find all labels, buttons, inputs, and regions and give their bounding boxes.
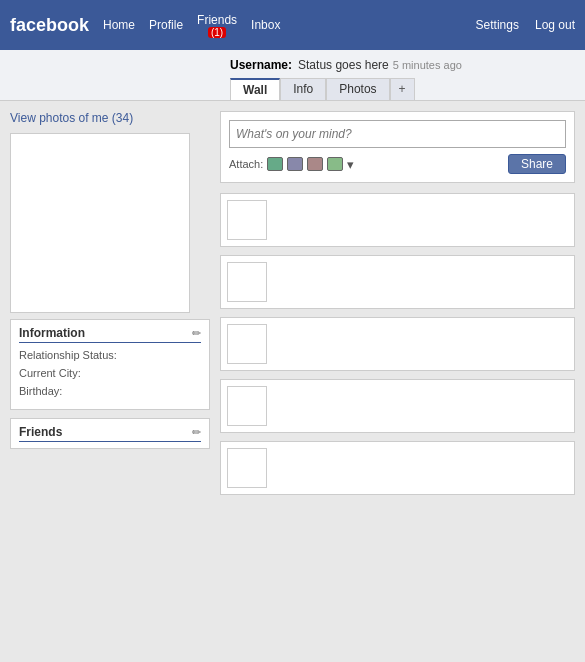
- info-section: Information ✏ Relationship Status: Curre…: [10, 319, 210, 410]
- navbar-left: facebook Home Profile Friends (1) Inbox: [10, 13, 280, 38]
- view-photos-link[interactable]: View photos of me (34): [10, 111, 210, 125]
- tab-plus[interactable]: +: [390, 78, 415, 100]
- post-body: [275, 448, 568, 488]
- tab-wall[interactable]: Wall: [230, 78, 280, 100]
- post-avatar: [227, 386, 267, 426]
- wall-post: [220, 193, 575, 247]
- wall-post: [220, 255, 575, 309]
- post-input[interactable]: [229, 120, 566, 148]
- nav-logout[interactable]: Log out: [535, 18, 575, 32]
- share-button[interactable]: Share: [508, 154, 566, 174]
- navbar-right: Settings Log out: [476, 18, 575, 32]
- wall-post: [220, 317, 575, 371]
- nav-friends[interactable]: Friends (1): [197, 13, 237, 38]
- attach-photo-icon[interactable]: [267, 157, 283, 171]
- edit-friends-icon[interactable]: ✏: [192, 426, 201, 439]
- attach-more-icon[interactable]: ▾: [347, 157, 354, 171]
- info-relationship: Relationship Status:: [19, 349, 201, 361]
- profile-status: Status goes here: [298, 58, 389, 72]
- nav-settings[interactable]: Settings: [476, 18, 519, 32]
- friends-badge: (1): [208, 27, 226, 38]
- wall-post: [220, 441, 575, 495]
- profile-top: Username: Status goes here 5 minutes ago: [10, 58, 575, 72]
- main-content: View photos of me (34) Information ✏ Rel…: [0, 101, 585, 513]
- tab-photos[interactable]: Photos: [326, 78, 389, 100]
- wall-post: [220, 379, 575, 433]
- info-birthday: Birthday:: [19, 385, 201, 397]
- post-body: [275, 324, 568, 364]
- attach-extra-icon[interactable]: [327, 157, 343, 171]
- friends-header: Friends ✏: [19, 425, 201, 442]
- friends-section: Friends ✏: [10, 418, 210, 449]
- wall-area: Attach: ▾ Share: [220, 111, 575, 503]
- post-body: [275, 386, 568, 426]
- username-label: Username:: [230, 58, 292, 72]
- tab-info[interactable]: Info: [280, 78, 326, 100]
- profile-header: Username: Status goes here 5 minutes ago…: [0, 50, 585, 101]
- left-sidebar: View photos of me (34) Information ✏ Rel…: [10, 111, 210, 503]
- post-avatar: [227, 262, 267, 302]
- post-avatar: [227, 324, 267, 364]
- attach-video-icon[interactable]: [307, 157, 323, 171]
- info-city: Current City:: [19, 367, 201, 379]
- attach-link-icon[interactable]: [287, 157, 303, 171]
- brand-logo[interactable]: facebook: [10, 15, 89, 36]
- nav-profile[interactable]: Profile: [149, 18, 183, 32]
- attach-area: Attach: ▾: [229, 157, 354, 171]
- post-toolbar: Attach: ▾ Share: [229, 154, 566, 174]
- post-body: [275, 262, 568, 302]
- post-avatar: [227, 448, 267, 488]
- post-avatar: [227, 200, 267, 240]
- navbar: facebook Home Profile Friends (1) Inbox …: [0, 0, 585, 50]
- info-title: Information: [19, 326, 85, 340]
- friends-title: Friends: [19, 425, 62, 439]
- profile-photo: [10, 133, 190, 313]
- nav-inbox[interactable]: Inbox: [251, 18, 280, 32]
- attach-label: Attach:: [229, 158, 263, 170]
- edit-info-icon[interactable]: ✏: [192, 327, 201, 340]
- post-box: Attach: ▾ Share: [220, 111, 575, 183]
- nav-home[interactable]: Home: [103, 18, 135, 32]
- post-body: [275, 200, 568, 240]
- info-header: Information ✏: [19, 326, 201, 343]
- profile-tabs: Wall Info Photos +: [10, 78, 575, 100]
- profile-status-time: 5 minutes ago: [393, 59, 462, 71]
